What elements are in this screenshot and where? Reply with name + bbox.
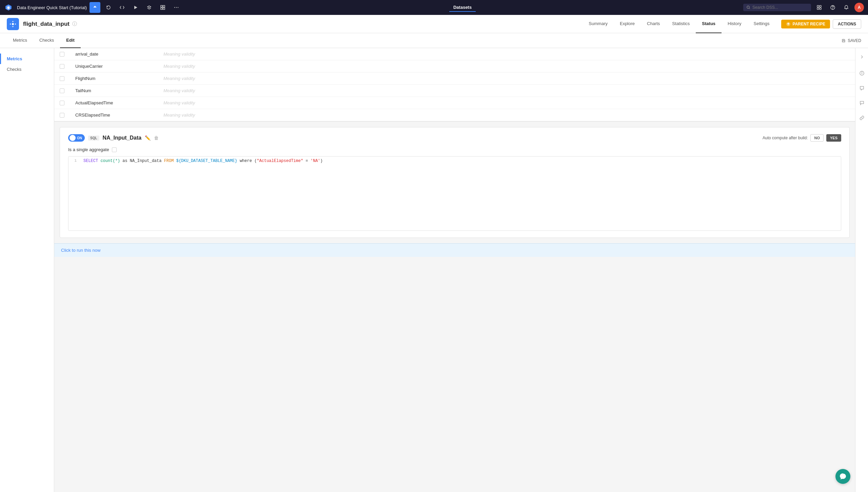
code-content-1: SELECT count(*) as NA_Input_data FROM ${… <box>81 158 841 164</box>
dataset-info-icon[interactable]: ⓘ <box>72 21 77 27</box>
field-name-flight-num: FlightNum <box>70 73 158 85</box>
tab-history[interactable]: History <box>722 15 747 33</box>
tab-statistics[interactable]: Statistics <box>666 15 696 33</box>
code-line-1: 1 SELECT count(*) as NA_Input_data FROM … <box>68 157 841 165</box>
nav-grid-btn[interactable] <box>157 2 168 13</box>
field-table: arrival_date Meaning validity UniqueCarr… <box>54 48 855 121</box>
svg-rect-4 <box>163 5 165 7</box>
metric-delete-btn[interactable]: 🗑 <box>154 135 159 141</box>
save-icon <box>842 39 846 43</box>
chevron-right-icon <box>860 55 864 59</box>
svg-rect-14 <box>820 8 821 9</box>
help-btn[interactable] <box>827 2 838 13</box>
sidebar: Metrics Checks <box>0 48 54 492</box>
search-icon <box>747 5 750 9</box>
app-logo[interactable] <box>4 3 13 12</box>
code-from-keyword: FROM <box>164 159 176 163</box>
metric-edit-btn[interactable]: ✏️ <box>145 135 151 141</box>
chat-float-icon <box>839 473 847 480</box>
row-checkbox-arrival-date[interactable] <box>60 52 64 57</box>
datasets-nav[interactable]: Datasets <box>449 3 476 12</box>
tab-summary[interactable]: Summary <box>583 15 614 33</box>
row-checkbox-unique-carrier[interactable] <box>60 64 64 69</box>
search-input[interactable] <box>752 5 808 10</box>
header-nav: Summary Explore Charts Statistics Status… <box>583 15 775 33</box>
header-bar: flight_data_input ⓘ Summary Explore Char… <box>0 15 868 33</box>
sidebar-item-metrics[interactable]: Metrics <box>0 54 54 64</box>
grid-apps-btn[interactable] <box>814 2 825 13</box>
comment-icon <box>860 101 864 105</box>
nav-refresh-btn[interactable] <box>103 2 114 13</box>
is-aggregate-row: Is a single aggregate <box>68 147 841 152</box>
svg-point-16 <box>833 9 833 9</box>
code-alias: NA_Input_data <box>130 159 164 163</box>
field-meaning-tail-num: Meaning validity <box>158 85 855 97</box>
field-meaning-arrival-date: Meaning validity <box>158 48 855 60</box>
aggregate-checkbox[interactable] <box>112 147 117 152</box>
main-layout: Metrics Checks arrival_date Meaning vali… <box>0 48 868 492</box>
chat-float-button[interactable] <box>835 469 850 484</box>
top-nav-right: A <box>814 2 864 13</box>
row-checkbox-tail-num[interactable] <box>60 88 64 93</box>
field-name-tail-num: TailNum <box>70 85 158 97</box>
metric-card: ON SQL NA_Input_Data ✏️ 🗑 Auto compute a… <box>60 127 850 238</box>
tab-charts[interactable]: Charts <box>641 15 666 33</box>
saved-button[interactable]: SAVED <box>842 38 861 43</box>
code-editor[interactable]: 1 SELECT count(*) as NA_Input_data FROM … <box>68 156 841 231</box>
field-name-arrival-date: arrival_date <box>70 48 158 60</box>
tab-settings[interactable]: Settings <box>748 15 776 33</box>
code-col-name: "ActualElapsedTime" <box>257 159 303 163</box>
tab-status[interactable]: Status <box>696 15 722 33</box>
nav-play-btn[interactable] <box>130 2 141 13</box>
table-row: arrival_date Meaning validity <box>54 48 855 60</box>
user-avatar[interactable]: A <box>854 3 864 12</box>
logo-icon <box>5 4 12 11</box>
subtab-checks[interactable]: Checks <box>33 33 60 48</box>
field-meaning-actual-elapsed: Meaning validity <box>158 97 855 109</box>
nav-more-btn[interactable] <box>171 2 182 13</box>
chat-icon <box>860 86 864 90</box>
right-panel-collapse-btn[interactable] <box>857 52 867 62</box>
sidebar-item-checks[interactable]: Checks <box>0 64 54 75</box>
code-equals: = <box>303 159 311 163</box>
table-row: ActualElapsedTime Meaning validity <box>54 97 855 109</box>
table-row: CRSElapsedTime Meaning validity <box>54 109 855 121</box>
nav-code-btn[interactable] <box>117 2 127 13</box>
row-checkbox-crs-elapsed[interactable] <box>60 113 64 118</box>
code-as: as <box>120 159 130 163</box>
right-panel-comment-btn[interactable] <box>857 98 867 108</box>
right-panel-info-btn[interactable] <box>857 68 867 78</box>
row-checkbox-actual-elapsed[interactable] <box>60 101 64 105</box>
compute-yes-btn[interactable]: YES <box>826 134 841 142</box>
svg-rect-3 <box>161 5 162 7</box>
field-name-unique-carrier: UniqueCarrier <box>70 60 158 73</box>
run-bar[interactable]: Click to run this now <box>54 243 855 257</box>
toggle-circle <box>70 135 76 141</box>
compute-no-btn[interactable]: NO <box>810 134 824 142</box>
nav-flow-btn[interactable] <box>90 2 100 13</box>
code-count-func: count(*) <box>100 159 120 163</box>
svg-point-10 <box>747 6 749 8</box>
parent-recipe-icon <box>786 22 791 26</box>
code-where: where ( <box>237 159 257 163</box>
app-title: Data Engineer Quick Start (Tutorial) <box>17 5 87 10</box>
right-panel <box>855 48 868 492</box>
row-checkbox-flight-num[interactable] <box>60 76 64 81</box>
actions-button[interactable]: ACTIONS <box>833 19 861 29</box>
field-table-section: arrival_date Meaning validity UniqueCarr… <box>54 48 855 122</box>
field-meaning-flight-num: Meaning validity <box>158 73 855 85</box>
link-icon <box>860 116 864 120</box>
dataset-name: flight_data_input <box>23 21 70 27</box>
metric-toggle[interactable]: ON <box>68 134 85 142</box>
code-str-value: 'NA' <box>311 159 320 163</box>
tab-explore[interactable]: Explore <box>614 15 641 33</box>
right-panel-chat-btn[interactable] <box>857 83 867 93</box>
nav-layers-btn[interactable] <box>144 2 155 13</box>
svg-point-9 <box>178 7 178 8</box>
table-row: TailNum Meaning validity <box>54 85 855 97</box>
right-panel-link-btn[interactable] <box>857 113 867 123</box>
notifications-btn[interactable] <box>841 2 852 13</box>
subtab-edit[interactable]: Edit <box>60 33 81 48</box>
parent-recipe-button[interactable]: PARENT RECIPE <box>781 20 830 28</box>
subtab-metrics[interactable]: Metrics <box>7 33 33 48</box>
